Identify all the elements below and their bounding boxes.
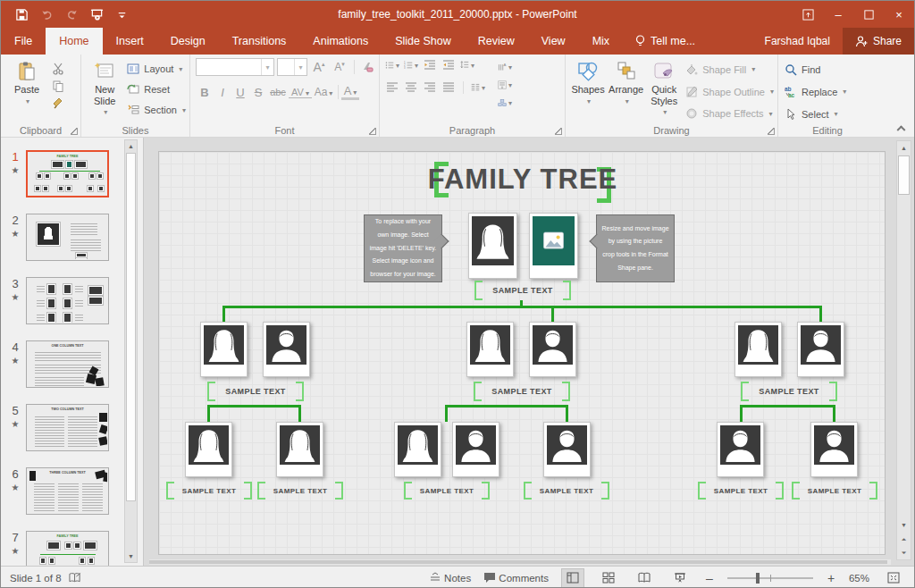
font-size-select[interactable]: ▾ — [277, 58, 307, 76]
format-painter-icon[interactable] — [51, 96, 65, 110]
font-color-button[interactable]: A — [341, 84, 359, 100]
callout-left[interactable]: To replace with your own image. Select i… — [364, 214, 442, 282]
align-left-icon[interactable] — [385, 80, 399, 95]
thumbnail-slide-1[interactable]: 1 ★ FAMILY TREE — [6, 150, 139, 206]
align-text-icon[interactable] — [498, 78, 512, 92]
text-direction-icon[interactable]: A — [498, 60, 512, 74]
slideshow-view-button[interactable] — [668, 568, 692, 588]
thumbnail-scrollbar[interactable]: ▲ ▼ — [124, 139, 138, 563]
layout-button[interactable]: Layout — [126, 60, 186, 78]
select-button[interactable]: Select — [784, 105, 846, 122]
columns-icon[interactable] — [471, 80, 485, 95]
shapes-button[interactable]: Shapes — [571, 58, 605, 122]
align-right-icon[interactable] — [423, 80, 437, 95]
tab-transitions[interactable]: Transitions — [219, 28, 300, 55]
tab-design[interactable]: Design — [157, 28, 219, 55]
photo-placeholder[interactable] — [797, 322, 844, 377]
section-button[interactable]: Section — [126, 101, 186, 119]
underline-button[interactable]: U — [231, 86, 249, 99]
ribbon-display-options-icon[interactable] — [793, 1, 823, 28]
convert-smartart-icon[interactable] — [498, 96, 512, 110]
scroll-up-icon[interactable]: ▲ — [125, 140, 137, 152]
zoom-level[interactable]: 65% — [849, 573, 869, 584]
slide-title[interactable]: FAMILY TREE — [428, 164, 618, 196]
quick-styles-button[interactable]: QuickStyles — [647, 58, 681, 122]
animation-star-icon[interactable]: ★ — [8, 419, 22, 429]
clear-formatting-icon[interactable] — [360, 60, 374, 74]
photo-placeholder[interactable] — [735, 322, 782, 377]
previous-slide-icon[interactable]: ⏶ — [897, 533, 911, 545]
horizontal-scrollbar[interactable] — [149, 559, 891, 565]
increase-indent-icon[interactable] — [441, 58, 456, 72]
reset-button[interactable]: Reset — [126, 80, 186, 98]
strikethrough-button[interactable]: abc — [267, 87, 289, 97]
photo-placeholder[interactable] — [276, 422, 323, 477]
customize-qat-icon[interactable] — [113, 6, 130, 22]
photo-placeholder[interactable] — [185, 422, 232, 477]
scroll-up-icon[interactable]: ▲ — [897, 142, 911, 154]
animation-star-icon[interactable]: ★ — [8, 356, 22, 365]
photo-placeholder[interactable] — [468, 213, 517, 279]
scroll-down-icon[interactable]: ▼ — [897, 519, 911, 531]
sample-text-label[interactable]: SAMPLE TEXT — [741, 382, 837, 401]
photo-placeholder[interactable] — [200, 322, 248, 377]
line-spacing-icon[interactable] — [460, 58, 474, 72]
thumbnail-slide-5[interactable]: 5 ★ TWO COLUMN TEXT — [6, 404, 139, 459]
slide-editor[interactable]: FAMILY TREE To replace with your own ima… — [158, 151, 886, 555]
tell-me-box[interactable]: Tell me... — [623, 28, 708, 55]
zoom-out-button[interactable]: – — [704, 571, 715, 585]
notes-button[interactable]: Notes — [429, 572, 471, 584]
undo-icon[interactable] — [38, 6, 55, 22]
minimize-button[interactable]: – — [823, 1, 853, 28]
thumbnail-slide-4[interactable]: 4 ★ ONE COLUMN TEXT — [6, 340, 139, 396]
shape-effects-button[interactable]: Shape Effects — [684, 105, 774, 122]
zoom-slider[interactable] — [727, 577, 813, 579]
tab-review[interactable]: Review — [465, 28, 528, 55]
close-button[interactable]: × — [884, 1, 914, 28]
sample-text-label[interactable]: SAMPLE TEXT — [792, 482, 877, 500]
collapse-ribbon-icon[interactable] — [898, 124, 905, 131]
bold-button[interactable]: B — [196, 86, 214, 99]
sample-text-label[interactable]: SAMPLE TEXT — [166, 482, 252, 500]
thumbnail-slide-3[interactable]: 3 ★ — [6, 277, 139, 332]
photo-placeholder[interactable] — [452, 422, 499, 477]
normal-view-button[interactable] — [561, 568, 584, 588]
zoom-in-button[interactable]: + — [826, 571, 836, 585]
sample-text-label[interactable]: SAMPLE TEXT — [474, 281, 571, 300]
copy-icon[interactable] — [51, 79, 65, 93]
font-name-select[interactable]: ▾ — [196, 58, 274, 76]
numbering-icon[interactable]: 123 — [404, 58, 418, 72]
user-name[interactable]: Farshad Iqbal — [752, 28, 843, 55]
photo-placeholder[interactable] — [810, 422, 858, 477]
tab-mix[interactable]: Mix — [579, 28, 623, 55]
callout-right[interactable]: Resize and move image by using the pictu… — [596, 214, 675, 282]
sample-text-label[interactable]: SAMPLE TEXT — [404, 482, 490, 500]
start-slideshow-icon[interactable] — [88, 6, 105, 22]
find-button[interactable]: Find — [784, 61, 846, 78]
justify-icon[interactable] — [441, 80, 456, 95]
spell-check-icon[interactable] — [69, 572, 81, 584]
shadow-strikethrough-button[interactable]: S — [249, 86, 267, 99]
scroll-down-icon[interactable]: ▼ — [125, 550, 137, 562]
paste-button[interactable]: Paste — [6, 58, 47, 122]
animation-star-icon[interactable]: ★ — [8, 165, 22, 175]
arrange-button[interactable]: Arrange — [609, 58, 643, 122]
sample-text-label[interactable]: SAMPLE TEXT — [257, 482, 343, 500]
animation-star-icon[interactable]: ★ — [8, 229, 22, 239]
shape-fill-button[interactable]: Shape Fill — [684, 61, 774, 79]
align-center-icon[interactable] — [404, 80, 418, 95]
new-slide-button[interactable]: NewSlide — [87, 58, 122, 122]
shrink-font-button[interactable]: A▾ — [331, 61, 348, 73]
redo-icon[interactable] — [63, 6, 80, 22]
photo-placeholder[interactable] — [529, 213, 578, 279]
animation-star-icon[interactable]: ★ — [8, 292, 22, 302]
scrollbar-thumb[interactable] — [126, 153, 136, 501]
photo-placeholder[interactable] — [717, 422, 764, 477]
next-slide-icon[interactable]: ⏷ — [897, 547, 911, 559]
vertical-scrollbar[interactable]: ▲ ▼ ⏶ ⏷ — [896, 140, 911, 560]
photo-placeholder[interactable] — [466, 322, 514, 377]
photo-placeholder[interactable] — [543, 422, 591, 477]
character-spacing-button[interactable]: AV — [289, 87, 312, 98]
zoom-slider-thumb[interactable] — [756, 573, 760, 584]
animation-star-icon[interactable]: ★ — [8, 483, 22, 492]
